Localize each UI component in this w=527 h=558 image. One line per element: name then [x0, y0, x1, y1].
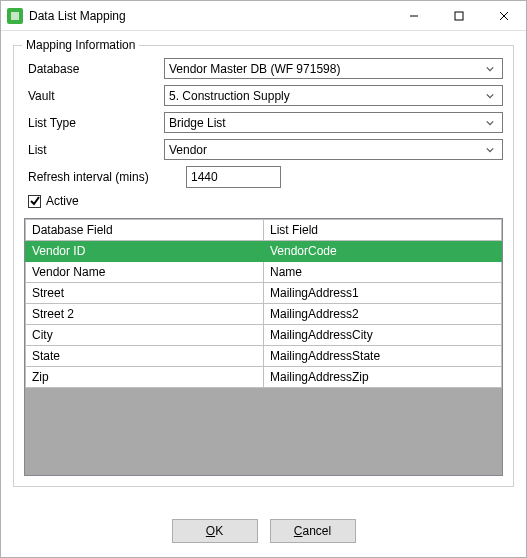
cell-db-field: Vendor Name — [26, 262, 264, 283]
active-label: Active — [46, 194, 79, 208]
chevron-down-icon — [482, 146, 498, 154]
vault-value: 5. Construction Supply — [169, 89, 482, 103]
list-type-select[interactable]: Bridge List — [164, 112, 503, 133]
cell-db-field: City — [26, 325, 264, 346]
svg-rect-2 — [455, 12, 463, 20]
cell-db-field: State — [26, 346, 264, 367]
active-checkbox[interactable] — [28, 195, 41, 208]
table-row[interactable]: Vendor NameName — [26, 262, 502, 283]
table-row[interactable]: ZipMailingAddressZip — [26, 367, 502, 388]
cell-db-field: Street — [26, 283, 264, 304]
list-type-label: List Type — [24, 116, 164, 130]
refresh-value: 1440 — [191, 170, 218, 184]
chevron-down-icon — [482, 119, 498, 127]
cell-list-field: MailingAddress2 — [264, 304, 502, 325]
cell-list-field: MailingAddressCity — [264, 325, 502, 346]
cell-list-field: Name — [264, 262, 502, 283]
cell-list-field: MailingAddress1 — [264, 283, 502, 304]
mapping-table[interactable]: Database Field List Field Vendor IDVendo… — [24, 218, 503, 476]
table-row[interactable]: Street 2MailingAddress2 — [26, 304, 502, 325]
list-select[interactable]: Vendor — [164, 139, 503, 160]
vault-select[interactable]: 5. Construction Supply — [164, 85, 503, 106]
table-row[interactable]: CityMailingAddressCity — [26, 325, 502, 346]
cancel-button[interactable]: Cancel — [270, 519, 356, 543]
cell-list-field: MailingAddressZip — [264, 367, 502, 388]
refresh-label: Refresh interval (mins) — [24, 170, 186, 184]
group-legend: Mapping Information — [22, 38, 139, 52]
titlebar: Data List Mapping — [1, 1, 526, 31]
mapping-information-group: Mapping Information Database Vendor Mast… — [13, 45, 514, 487]
check-icon — [30, 196, 40, 206]
cell-db-field: Vendor ID — [26, 241, 264, 262]
database-select[interactable]: Vendor Master DB (WF 971598) — [164, 58, 503, 79]
cell-db-field: Street 2 — [26, 304, 264, 325]
app-icon — [7, 8, 23, 24]
chevron-down-icon — [482, 92, 498, 100]
maximize-button[interactable] — [436, 1, 481, 30]
database-value: Vendor Master DB (WF 971598) — [169, 62, 482, 76]
table-row[interactable]: Vendor IDVendorCode — [26, 241, 502, 262]
list-label: List — [24, 143, 164, 157]
minimize-button[interactable] — [391, 1, 436, 30]
refresh-interval-input[interactable]: 1440 — [186, 166, 281, 188]
vault-label: Vault — [24, 89, 164, 103]
col-list-field[interactable]: List Field — [264, 220, 502, 241]
chevron-down-icon — [482, 65, 498, 73]
ok-button[interactable]: OK — [172, 519, 258, 543]
cell-db-field: Zip — [26, 367, 264, 388]
close-button[interactable] — [481, 1, 526, 30]
table-row[interactable]: StateMailingAddressState — [26, 346, 502, 367]
list-value: Vendor — [169, 143, 482, 157]
list-type-value: Bridge List — [169, 116, 482, 130]
window-title: Data List Mapping — [29, 9, 391, 23]
table-row[interactable]: StreetMailingAddress1 — [26, 283, 502, 304]
cell-list-field: MailingAddressState — [264, 346, 502, 367]
cell-list-field: VendorCode — [264, 241, 502, 262]
database-label: Database — [24, 62, 164, 76]
col-database-field[interactable]: Database Field — [26, 220, 264, 241]
svg-rect-0 — [11, 12, 19, 20]
